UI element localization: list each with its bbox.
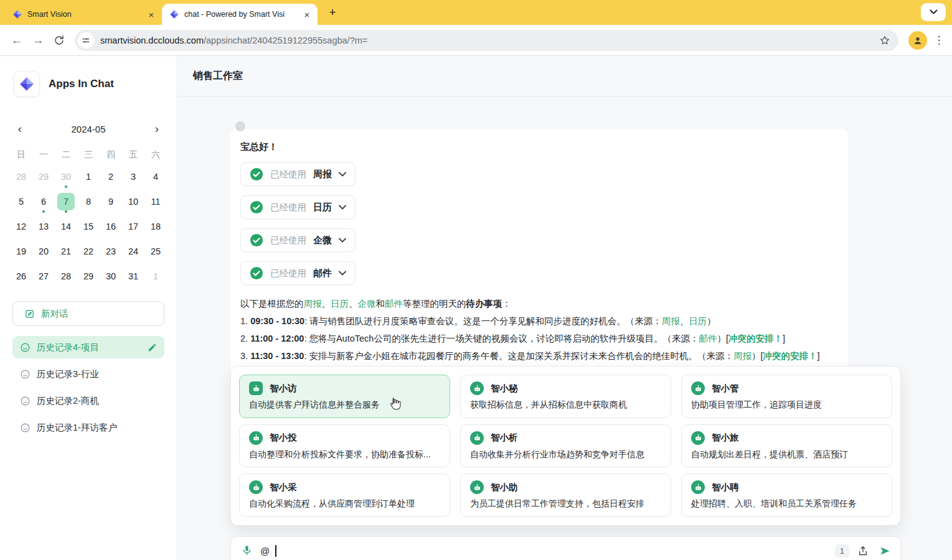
- calendar-day[interactable]: 24: [122, 241, 144, 261]
- calendar-day[interactable]: 13: [32, 217, 55, 236]
- tool-link[interactable]: 邮件: [699, 334, 717, 343]
- used-tool-button[interactable]: 已经使用邮件: [240, 261, 356, 285]
- calendar-day[interactable]: 20: [32, 241, 55, 261]
- chat-input-bar[interactable]: @ 1: [230, 536, 901, 560]
- calendar-day[interactable]: 29: [32, 167, 55, 187]
- compose-icon: [24, 309, 35, 319]
- url-bar[interactable]: smartvision.dcclouds.com/appsinchat/2404…: [75, 30, 898, 51]
- tool-link[interactable]: 周报: [304, 299, 322, 309]
- calendar-day[interactable]: 15: [77, 217, 100, 236]
- calendar-prev-button[interactable]: ‹: [14, 122, 26, 136]
- calendar-day[interactable]: 1: [144, 266, 167, 286]
- tool-link[interactable]: 周报: [662, 316, 680, 326]
- agent-card-header: 智小采: [249, 480, 440, 494]
- agent-card[interactable]: 智小助为员工提供日常工作管理支持，包括日程安排: [460, 474, 671, 517]
- rename-button[interactable]: [148, 343, 157, 352]
- calendar-day[interactable]: 10: [122, 192, 144, 212]
- chat-smiley-icon: [20, 422, 31, 433]
- reload-button[interactable]: [49, 30, 70, 51]
- calendar-day[interactable]: 16: [100, 217, 122, 236]
- calendar-day[interactable]: 1: [77, 167, 100, 187]
- tab-close-icon[interactable]: ×: [301, 9, 313, 20]
- agent-card[interactable]: 智小秘获取招标信息，并从招标信息中获取商机: [460, 375, 671, 418]
- profile-avatar[interactable]: [908, 31, 927, 50]
- calendar-day[interactable]: 12: [10, 217, 32, 236]
- tool-link[interactable]: 企微: [358, 299, 376, 309]
- calendar-day[interactable]: 26: [10, 266, 32, 286]
- upload-button[interactable]: [855, 543, 871, 559]
- calendar-day[interactable]: 5: [10, 192, 32, 212]
- text-segment: ）[: [717, 334, 728, 343]
- calendar-day[interactable]: 23: [100, 241, 122, 261]
- tool-link[interactable]: 周报: [733, 351, 752, 361]
- calendar-day[interactable]: 3: [122, 167, 144, 187]
- calendar-day[interactable]: 30: [55, 167, 77, 187]
- tab-close-icon[interactable]: ×: [146, 9, 157, 20]
- history-item[interactable]: 历史记录4-项目: [12, 336, 164, 358]
- robot-icon: [470, 480, 484, 494]
- agent-name: 智小析: [491, 432, 518, 444]
- calendar-day[interactable]: 21: [55, 241, 77, 261]
- agent-card[interactable]: 智小旅自动规划出差日程，提供机票、酒店预订: [681, 424, 892, 468]
- send-button[interactable]: [877, 543, 893, 559]
- used-tool-button[interactable]: 已经使用日历: [240, 195, 356, 219]
- summary-line: 以下是根据您的周报、日历、企微和邮件等整理的明天的待办事项：: [240, 295, 838, 312]
- used-tool-button[interactable]: 已经使用周报: [240, 162, 356, 186]
- bookmark-button[interactable]: [876, 32, 893, 49]
- calendar-day-number: 17: [125, 218, 142, 235]
- back-button[interactable]: ←: [6, 30, 27, 51]
- chevron-down-icon: [339, 271, 346, 276]
- agent-card[interactable]: 智小管协助项目管理工作，追踪项目进度: [681, 375, 892, 418]
- calendar-day[interactable]: 14: [55, 217, 77, 236]
- new-tab-button[interactable]: +: [324, 4, 341, 21]
- calendar-day[interactable]: 22: [77, 241, 100, 261]
- calendar-day[interactable]: 6: [32, 192, 55, 212]
- calendar-day[interactable]: 28: [55, 266, 77, 286]
- agent-card[interactable]: 智小聘处理招聘、入职、培训和员工关系管理任务: [681, 474, 892, 517]
- agent-card[interactable]: 智小采自动化采购流程，从供应商管理到订单处理: [239, 474, 450, 517]
- calendar-day[interactable]: 18: [144, 217, 167, 236]
- calendar-next-button[interactable]: ›: [151, 122, 163, 136]
- calendar-day[interactable]: 17: [122, 217, 144, 236]
- calendar-day[interactable]: 25: [144, 241, 167, 261]
- used-tool-button[interactable]: 已经使用企微: [240, 228, 356, 252]
- tab-chat-active[interactable]: chat - Powered by Smart Visi ×: [162, 4, 318, 25]
- calendar-day[interactable]: 2: [100, 167, 122, 187]
- weekday-label: 一: [32, 146, 55, 163]
- calendar-day[interactable]: 11: [144, 192, 167, 212]
- weekday-label: 二: [55, 146, 77, 163]
- calendar-day[interactable]: 28: [10, 167, 32, 187]
- calendar-day[interactable]: 30: [100, 266, 122, 286]
- calendar-day[interactable]: 8: [77, 192, 100, 212]
- weekday-label: 五: [122, 146, 144, 163]
- calendar-day[interactable]: 9: [100, 192, 122, 212]
- calendar-day[interactable]: 19: [10, 241, 32, 261]
- agent-card[interactable]: 智小访自动提供客户拜访信息并整合服务: [239, 375, 450, 418]
- tool-link[interactable]: 冲突的安排！: [763, 351, 817, 361]
- new-chat-button[interactable]: 新对话: [12, 301, 164, 326]
- agent-card[interactable]: 智小投自动整理和分析投标文件要求，协助准备投标...: [239, 424, 450, 468]
- tool-link[interactable]: 日历: [689, 316, 707, 326]
- calendar-day[interactable]: 29: [77, 266, 100, 286]
- agent-card-header: 智小投: [249, 431, 440, 445]
- tool-link[interactable]: 日历: [331, 299, 349, 309]
- tab-search-button[interactable]: [921, 3, 946, 21]
- calendar-day[interactable]: 4: [144, 167, 167, 187]
- tool-link[interactable]: 邮件: [385, 299, 403, 309]
- site-settings-button[interactable]: [78, 32, 94, 49]
- agent-card[interactable]: 智小析自动收集并分析行业市场趋势和竞争对手信息: [460, 424, 671, 468]
- chat-input-value[interactable]: @: [260, 546, 270, 556]
- tool-link[interactable]: 冲突的安排！: [728, 334, 783, 343]
- calendar-day[interactable]: 7: [55, 192, 77, 212]
- forward-button[interactable]: →: [27, 30, 49, 51]
- calendar-day[interactable]: 31: [122, 266, 144, 286]
- mic-button[interactable]: [238, 543, 255, 559]
- calendar-day[interactable]: 27: [32, 266, 55, 286]
- browser-menu-button[interactable]: ⋮: [932, 34, 946, 47]
- history-item[interactable]: 历史记录3-行业: [12, 363, 164, 385]
- history-item[interactable]: 历史记录1-拜访客户: [12, 416, 164, 439]
- url-text[interactable]: smartvision.dcclouds.com/appsinchat/2404…: [100, 35, 876, 45]
- history-item[interactable]: 历史记录2-商机: [12, 390, 164, 412]
- text-segment: ：: [502, 299, 512, 309]
- tab-smart-vision[interactable]: Smart Vision ×: [5, 4, 162, 25]
